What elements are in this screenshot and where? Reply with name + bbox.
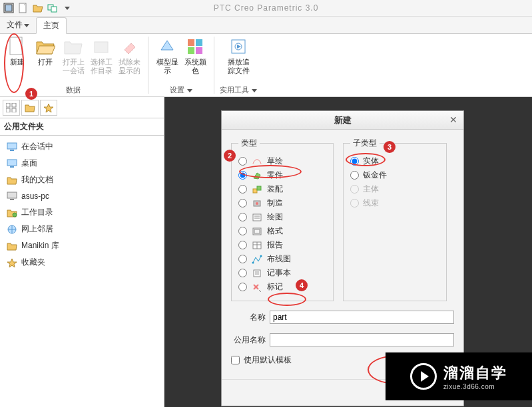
sidebar-item-documents[interactable]: 我的文档 [0,172,164,188]
svg-rect-21 [7,192,17,198]
select-wd-icon [91,37,111,57]
sidebar-item-label: 桌面 [21,158,37,169]
type-label: 报告 [267,239,283,251]
network-icon [7,224,17,235]
qat-windows-icon[interactable] [45,1,60,15]
type-option-9[interactable]: 标记 [238,280,326,294]
qat-new-icon[interactable] [16,1,31,15]
type-option-8[interactable]: 记事本 [238,266,326,280]
sidebar-fav-button[interactable] [40,100,57,116]
type-icon [251,227,263,236]
svg-rect-18 [10,150,14,151]
subtype-option-2: 主体 [350,182,439,196]
ribbon-model-disp-label: 模型显示 [154,58,180,75]
use-default-template-label: 使用默认模板 [244,354,292,366]
svg-rect-14 [12,103,16,107]
subtype-option-0[interactable]: 实体 [350,154,439,168]
subtypes-legend: 子类型 [350,138,380,149]
type-option-7[interactable]: 布线图 [238,252,326,266]
sidebar-item-desktop[interactable]: 桌面 [0,155,164,172]
sidebar-item-session[interactable]: 在会话中 [0,138,164,155]
name-label: 名称 [231,312,268,323]
type-label: 绘图 [267,211,283,223]
tab-file-label: 文件 [7,19,23,31]
svg-rect-16 [12,108,16,112]
svg-rect-10 [196,47,202,54]
sidebar-item-network[interactable]: 网上邻居 [0,221,164,237]
tab-file[interactable]: 文件 [0,17,36,33]
ribbon-select-wd-button[interactable]: 选择工作目录 [88,35,115,82]
qat-window-icon[interactable] [1,1,16,15]
svg-rect-19 [7,160,17,166]
type-option-5[interactable]: 格式 [238,224,326,238]
type-radio[interactable] [238,157,247,166]
ribbon-model-disp-button[interactable]: 模型显示 [154,35,180,82]
type-label: 装配 [267,184,283,195]
ribbon-new-button[interactable]: 新建 [4,35,31,82]
type-icon [251,241,263,250]
sidebar-item-workdir[interactable]: 工作目录 [0,204,164,221]
type-radio[interactable] [238,213,247,221]
ribbon-open-label: 打开 [38,58,53,67]
svg-rect-26 [257,186,261,190]
use-default-template-checkbox[interactable] [231,356,240,364]
name-input[interactable] [270,311,454,324]
svg-rect-1 [5,5,12,11]
type-label: 草绘 [267,156,283,167]
type-radio[interactable] [238,269,247,277]
subtype-label: 钣金件 [363,170,387,181]
close-button[interactable]: ✕ [447,114,459,126]
svg-rect-8 [196,39,202,46]
subtype-label: 实体 [363,156,379,167]
type-label: 布线图 [267,253,291,265]
ribbon-open-last-button[interactable]: 打开上一会话 [60,35,87,82]
type-label: 标记 [267,281,283,293]
sidebar-item-manikin[interactable]: Manikin 库 [0,237,164,254]
ribbon-play-track-button[interactable]: 播放追踪文件 [225,35,252,82]
svg-rect-9 [188,47,194,54]
type-icon [251,157,263,166]
type-radio[interactable] [238,255,247,263]
sidebar-item-label: Manikin 库 [21,240,59,251]
type-option-6[interactable]: 报告 [238,238,326,252]
chevron-down-icon [187,88,192,93]
type-option-4[interactable]: 绘图 [238,210,326,224]
sidebar-view1-button[interactable] [3,100,20,116]
type-label: 格式 [267,225,283,237]
tab-home[interactable]: 主页 [36,17,67,34]
ribbon-open-button[interactable]: 打开 [32,35,59,82]
type-radio[interactable] [238,185,247,194]
type-option-1[interactable]: 零件 [238,168,326,182]
type-radio[interactable] [238,171,247,180]
documents-icon [7,175,17,186]
ribbon-sys-colors-label: 系统颜色 [182,58,208,75]
workdir-icon [7,207,17,218]
svg-rect-39 [254,270,260,277]
qat-dropdown-icon[interactable] [60,1,75,15]
svg-point-37 [252,261,254,263]
qat-open-icon[interactable] [31,1,45,15]
common-name-input[interactable] [270,333,454,346]
ribbon-sys-colors-button[interactable]: 系统颜色 [182,35,208,82]
type-option-3[interactable]: 制造 [238,196,326,210]
sidebar-folders-button[interactable] [21,100,39,116]
sidebar-item-favorites[interactable]: 收藏夹 [0,254,164,271]
ribbon-clear-undisp-button[interactable]: 拭除未显示的 [116,35,142,82]
subtype-radio[interactable] [350,157,359,166]
type-radio[interactable] [238,241,247,249]
type-radio[interactable] [238,199,247,207]
type-label: 零件 [267,170,283,181]
computer-icon [7,191,17,202]
sidebar-item-label: 网上邻居 [21,223,53,235]
subtype-option-1[interactable]: 钣金件 [350,168,439,182]
type-radio[interactable] [238,227,247,235]
ribbon-select-wd-label: 选择工作目录 [88,58,115,75]
new-file-icon [7,37,27,57]
type-option-2[interactable]: 装配 [238,182,326,196]
sidebar-item-computer[interactable]: asus-pc [0,188,164,204]
type-option-0[interactable]: 草绘 [238,154,326,168]
group-data-label: 数据 [66,85,81,95]
type-radio[interactable] [238,283,247,291]
subtype-option-3: 线束 [350,196,439,210]
subtype-radio[interactable] [350,171,359,180]
